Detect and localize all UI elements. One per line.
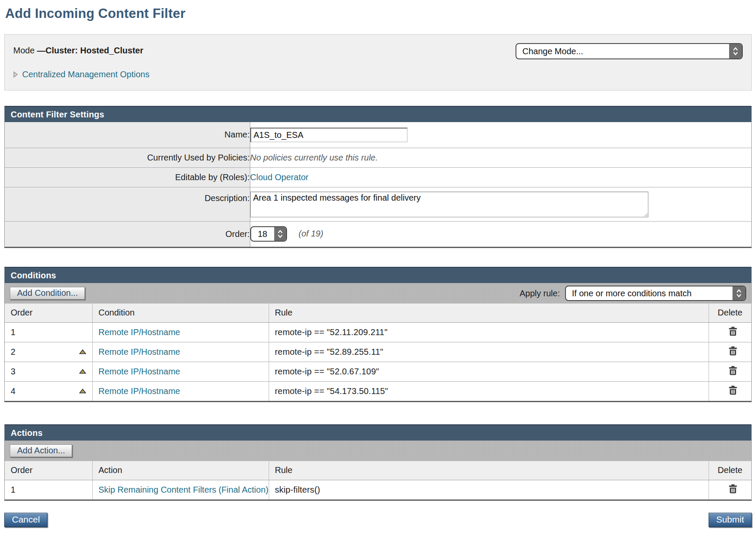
description-label: Description:: [5, 187, 250, 221]
settings-row-name: Name:: [5, 122, 751, 148]
condition-row: 1 Remote IP/Hostname remote-ip == "52.11…: [5, 322, 751, 342]
move-up-triangle-icon[interactable]: [79, 369, 86, 374]
settings-row-roles: Editable by (Roles): Cloud Operator: [5, 167, 751, 187]
settings-section-header: Content Filter Settings: [5, 106, 751, 122]
actions-table: Order Action Rule Delete 1 Skip Remainin…: [5, 461, 751, 499]
apply-rule-select[interactable]: If one or more conditions match: [565, 286, 746, 301]
name-label: Name:: [5, 122, 250, 148]
cancel-button[interactable]: Cancel: [4, 513, 47, 527]
mode-label: Mode: [13, 46, 37, 55]
trash-icon[interactable]: [728, 385, 738, 395]
footer: Cancel Submit: [4, 513, 752, 531]
actions-section: Actions Add Action... Order Action Rule …: [4, 424, 752, 501]
updown-chevrons-icon: [729, 44, 742, 58]
action-link[interactable]: Skip Remaining Content Filters (Final Ac…: [99, 485, 269, 494]
action-order: 1: [11, 485, 15, 495]
condition-row: 2 Remote IP/Hostname remote-ip == "52.89…: [5, 342, 751, 362]
trash-icon[interactable]: [728, 484, 738, 494]
change-mode-select-value: Change Mode...: [516, 44, 729, 58]
conditions-col-delete: Delete: [709, 304, 751, 322]
mode-value: —Cluster: Hosted_Cluster: [37, 46, 144, 55]
triangle-right-icon: [13, 71, 18, 78]
move-up-triangle-icon[interactable]: [79, 349, 86, 354]
condition-row: 3 Remote IP/Hostname remote-ip == "52.0.…: [5, 362, 751, 381]
trash-icon[interactable]: [728, 326, 738, 336]
trash-icon[interactable]: [728, 365, 738, 376]
name-input[interactable]: [250, 128, 407, 142]
condition-link[interactable]: Remote IP/Hostname: [99, 367, 180, 376]
content-filter-settings-section: Content Filter Settings Name: Currently …: [4, 106, 752, 248]
actions-col-action: Action: [92, 461, 269, 480]
apply-rule-select-value: If one or more conditions match: [566, 286, 733, 300]
add-action-button[interactable]: Add Action...: [10, 444, 72, 457]
mode-text: Mode —Cluster: Hosted_Cluster: [13, 43, 144, 55]
conditions-section-header: Conditions: [5, 267, 751, 283]
page: Add Incoming Content Filter Mode —Cluste…: [0, 0, 756, 531]
order-total: (of 19): [299, 229, 323, 238]
page-title: Add Incoming Content Filter: [5, 6, 752, 21]
change-mode-select[interactable]: Change Mode...: [516, 43, 743, 59]
settings-table: Name: Currently Used by Policies: No pol…: [5, 122, 751, 247]
condition-rule: remote-ip == "52.0.67.109": [275, 367, 379, 376]
apply-rule-label: Apply rule:: [520, 289, 560, 298]
condition-order: 2: [11, 347, 15, 357]
condition-link[interactable]: Remote IP/Hostname: [99, 347, 180, 356]
add-condition-button[interactable]: Add Condition...: [10, 287, 85, 300]
condition-link[interactable]: Remote IP/Hostname: [99, 327, 180, 337]
action-rule: skip-filters(): [275, 485, 320, 494]
centralized-management-options-link[interactable]: Centralized Management Options: [22, 70, 149, 79]
conditions-col-order: Order: [5, 304, 92, 322]
policies-value: No policies currently use this rule.: [250, 153, 378, 162]
updown-chevrons-icon: [733, 286, 745, 300]
order-label: Order:: [5, 221, 250, 247]
settings-row-policies: Currently Used by Policies: No policies …: [5, 148, 751, 167]
conditions-col-rule: Rule: [269, 304, 709, 322]
roles-label: Editable by (Roles):: [5, 167, 250, 187]
condition-row: 4 Remote IP/Hostname remote-ip == "54.17…: [5, 381, 751, 401]
conditions-table: Order Condition Rule Delete 1 Remote IP/…: [5, 304, 751, 401]
condition-order: 4: [11, 386, 15, 396]
order-select-value: 18: [251, 227, 274, 241]
policies-label: Currently Used by Policies:: [5, 148, 250, 167]
condition-order: 1: [11, 327, 15, 337]
actions-col-delete: Delete: [709, 461, 751, 480]
settings-row-description: Description: Area 1 inspected messages f…: [5, 187, 751, 221]
actions-col-order: Order: [5, 461, 92, 480]
action-row: 1 Skip Remaining Content Filters (Final …: [5, 480, 751, 499]
move-up-triangle-icon[interactable]: [79, 388, 86, 394]
condition-rule: remote-ip == "52.89.255.11": [275, 347, 384, 356]
conditions-col-condition: Condition: [92, 304, 269, 322]
actions-toolbar: Add Action...: [5, 441, 751, 461]
order-select[interactable]: 18: [250, 226, 287, 242]
settings-row-order: Order: 18 (of 19): [5, 221, 751, 247]
condition-rule: remote-ip == "54.173.50.115": [275, 386, 388, 396]
conditions-section: Conditions Add Condition... Apply rule: …: [4, 267, 752, 402]
condition-link[interactable]: Remote IP/Hostname: [99, 386, 180, 396]
condition-order: 3: [11, 367, 15, 377]
actions-col-rule: Rule: [269, 461, 709, 480]
condition-rule: remote-ip == "52.11.209.211": [275, 327, 388, 337]
actions-section-header: Actions: [5, 424, 751, 441]
conditions-toolbar: Add Condition... Apply rule: If one or m…: [5, 283, 751, 304]
description-textarea[interactable]: Area 1 inspected messages for final deli…: [250, 192, 648, 217]
mode-panel: Mode —Cluster: Hosted_Cluster Change Mod…: [4, 34, 752, 91]
submit-button[interactable]: Submit: [709, 513, 752, 527]
updown-chevrons-icon: [274, 227, 286, 241]
trash-icon[interactable]: [728, 346, 738, 356]
cloud-operator-link[interactable]: Cloud Operator: [250, 172, 309, 182]
